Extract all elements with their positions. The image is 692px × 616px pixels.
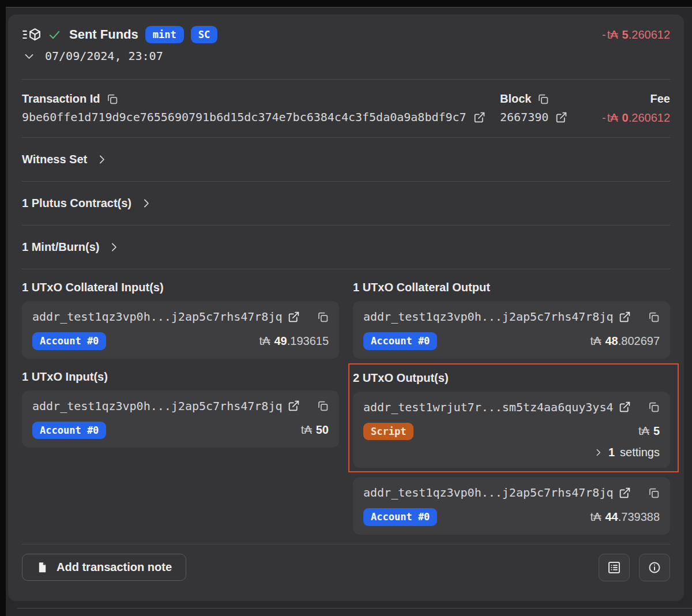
external-link-icon[interactable] [619, 487, 631, 499]
note-icon [36, 561, 48, 573]
address-text: addr_test1qz3vp0h...j2ap5c7rhs47r8jq [32, 310, 282, 324]
utxo-amount: t₳44.739388 [591, 510, 660, 524]
block-value: 2667390 [500, 110, 548, 124]
collateral-input-card: addr_test1qz3vp0h...j2ap5c7rhs47r8jq Acc… [22, 301, 339, 358]
plutus-contracts-label: 1 Plutus Contract(s) [22, 197, 131, 210]
script-badge: Script [363, 423, 413, 440]
footer-icon-buttons [599, 554, 670, 581]
transaction-header: Sent Funds mint SC -t₳5.260612 [22, 14, 670, 43]
address-text: addr_test1qz3vp0h...j2ap5c7rhs47r8jq [363, 486, 613, 499]
account-badge: Account #0 [32, 422, 106, 439]
external-link-icon[interactable] [619, 401, 631, 413]
transaction-id-label: Transaction Id [22, 92, 100, 106]
copy-icon[interactable] [317, 311, 329, 323]
external-link-icon[interactable] [619, 311, 631, 323]
copy-icon[interactable] [106, 93, 118, 105]
list-details-icon [607, 561, 621, 574]
transaction-list-background: Sent Funds mint SC -t₳5.260612 07/09/202… [6, 7, 692, 616]
address-text: addr_test1qz3vp0h...j2ap5c7rhs47r8jq [32, 399, 282, 413]
fee-amount: -t₳0.260612 [602, 111, 670, 125]
collateral-output-heading: 1 UTxO Collateral Output [353, 281, 670, 294]
utxo-amount: t₳48.802697 [591, 335, 660, 348]
transaction-detail-panel: Sent Funds mint SC -t₳5.260612 07/09/202… [8, 14, 684, 601]
details-list-button[interactable] [599, 554, 630, 581]
chevron-right-icon [108, 241, 120, 253]
account-badge: Account #0 [32, 332, 106, 350]
add-transaction-note-button[interactable]: Add transaction note [22, 554, 186, 581]
inputs-heading: 1 UTxO Input(s) [22, 370, 339, 384]
collateral-inputs-heading: 1 UTxO Collateral Input(s) [22, 281, 339, 294]
account-badge: Account #0 [363, 508, 437, 525]
address-text: addr_test1wrjut7r...sm5tz4aa6quy3ys4 [363, 400, 613, 414]
next-item-divider [17, 608, 692, 609]
plutus-contracts-section[interactable]: 1 Plutus Contract(s) [22, 182, 670, 225]
transaction-title: Sent Funds [69, 27, 138, 42]
chevron-right-icon [96, 153, 108, 166]
change-output-card: addr_test1qz3vp0h...j2ap5c7rhs47r8jq Acc… [353, 477, 670, 534]
chevron-right-icon [593, 448, 603, 457]
total-amount: -t₳5.260612 [602, 28, 670, 42]
transaction-date-row: 07/09/2024, 23:07 [22, 49, 670, 63]
screen: Sent Funds mint SC -t₳5.260612 07/09/202… [0, 0, 692, 616]
transaction-datetime: 07/09/2024, 23:07 [45, 49, 163, 63]
chevron-right-icon [140, 197, 152, 209]
outputs-highlight-box: 2 UTxO Output(s) addr_test1wrjut7r...sm5… [348, 363, 679, 472]
input-card: addr_test1qz3vp0h...j2ap5c7rhs47r8jq Acc… [22, 390, 339, 448]
sc-badge: SC [191, 26, 217, 43]
collateral-output-card: addr_test1qz3vp0h...j2ap5c7rhs47r8jq Acc… [353, 301, 670, 358]
external-link-icon[interactable] [288, 311, 300, 323]
utxo-amount: t₳49.193615 [260, 335, 329, 348]
outputs-heading: 2 UTxO Output(s) [353, 371, 670, 385]
copy-icon[interactable] [648, 487, 660, 499]
utxo-left-column: 1 UTxO Collateral Input(s) addr_test1qz3… [22, 281, 339, 448]
block-label: Block [500, 92, 531, 106]
external-link-icon[interactable] [555, 111, 567, 123]
collapse-chevron-down-icon[interactable] [23, 50, 35, 62]
transaction-meta-row: Transaction Id 9be60ffe1d719d9ce76556907… [22, 80, 670, 125]
info-icon [648, 561, 661, 574]
external-link-icon[interactable] [473, 111, 486, 123]
mint-badge: mint [145, 26, 184, 43]
settings-count: 1 [608, 446, 615, 459]
utxo-amount: t₳5 [638, 425, 660, 438]
info-button[interactable] [639, 554, 670, 581]
address-text: addr_test1qz3vp0h...j2ap5c7rhs47r8jq [363, 310, 613, 324]
transaction-id-value: 9be60ffe1d719d9ce7655690791b6d15dc374e7b… [22, 110, 467, 124]
mint-burn-section[interactable]: 1 Mint/Burn(s) [22, 226, 670, 269]
witness-set-section[interactable]: Witness Set [22, 138, 670, 181]
block-group: Block 2667390 [500, 92, 575, 125]
external-link-icon[interactable] [288, 400, 300, 412]
fee-label: Fee [650, 92, 670, 106]
success-check-icon [48, 28, 61, 42]
account-badge: Account #0 [363, 332, 437, 350]
settings-label: settings [620, 446, 660, 459]
copy-icon[interactable] [648, 401, 660, 413]
mint-burn-label: 1 Mint/Burn(s) [22, 241, 99, 254]
copy-icon[interactable] [648, 311, 660, 323]
tx-cube-icon [22, 27, 41, 43]
fee-group: Fee -t₳0.260612 [575, 92, 670, 125]
divider [22, 269, 670, 269]
witness-set-label: Witness Set [22, 153, 87, 166]
add-transaction-note-label: Add transaction note [57, 561, 172, 574]
utxo-grid: 1 UTxO Collateral Input(s) addr_test1qz3… [22, 281, 670, 534]
copy-icon[interactable] [317, 400, 329, 412]
settings-toggle[interactable]: 1 settings [363, 446, 660, 459]
utxo-amount: t₳50 [301, 423, 329, 437]
utxo-right-column: 1 UTxO Collateral Output addr_test1qz3vp… [353, 281, 670, 534]
footer-bar: Add transaction note [22, 544, 670, 581]
script-output-card: addr_test1wrjut7r...sm5tz4aa6quy3ys4 Scr… [353, 392, 670, 468]
copy-icon[interactable] [537, 93, 549, 105]
transaction-id-group: Transaction Id 9be60ffe1d719d9ce76556907… [22, 92, 500, 125]
